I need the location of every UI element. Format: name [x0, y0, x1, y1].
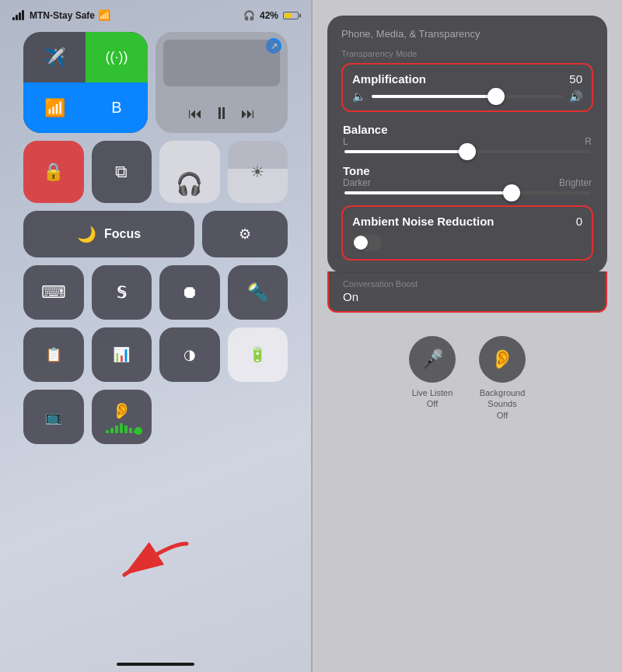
- amplification-label: Amplification: [352, 72, 426, 86]
- bottom-row: 📺 👂: [23, 390, 288, 444]
- battery-visual: [283, 12, 299, 19]
- balance-slider[interactable]: [344, 150, 590, 153]
- tone-thumb[interactable]: [503, 184, 520, 201]
- screen-mirror-icon: ⧉: [115, 162, 128, 182]
- right-panel: Phone, Media, & Transparency Transparenc…: [313, 0, 622, 672]
- soundwave-icon: 📊: [113, 346, 130, 363]
- balance-thumb[interactable]: [459, 143, 476, 160]
- background-sounds-button[interactable]: 👂 BackgroundSoundsOff: [479, 336, 526, 421]
- focus-row: 🌙 Focus ⚙: [23, 211, 288, 257]
- soundwave-button[interactable]: 📊: [92, 327, 152, 382]
- tools-row: ⌨ 𝕊 ⏺ 🔦: [23, 265, 288, 320]
- amplification-thumb[interactable]: [487, 88, 505, 105]
- settings-card: Phone, Media, & Transparency Transparenc…: [327, 16, 607, 273]
- media-controls-area: ⏮ ⏸ ⏭: [156, 32, 288, 133]
- notes-icon: 📋: [45, 346, 62, 363]
- tone-section: Tone Darker Brighter: [341, 164, 593, 194]
- hearing-active-dot: [135, 427, 142, 435]
- calculator-button[interactable]: ⌨: [23, 265, 84, 320]
- amplification-section: Amplification 50 🔈 🔊: [341, 63, 593, 112]
- amplification-header: Amplification 50: [352, 72, 582, 86]
- tone-brighter-label: Brighter: [559, 177, 592, 188]
- screen-record-button[interactable]: ⏺: [159, 265, 220, 320]
- wifi-status-icon: 📶: [98, 9, 110, 21]
- carrier-name: MTN-Stay Safe: [30, 10, 95, 21]
- amplification-slider[interactable]: [372, 95, 563, 98]
- screen-mirror-button[interactable]: ⧉: [92, 141, 152, 203]
- play-pause-button[interactable]: ⏸: [213, 103, 230, 124]
- conversation-boost-value: On: [343, 290, 592, 303]
- ambient-value: 0: [576, 215, 582, 228]
- toggle-knob: [354, 236, 368, 250]
- background-sounds-icon: 👂: [491, 348, 514, 370]
- balance-section: Balance L R: [341, 123, 593, 153]
- flashlight-button[interactable]: 🔦: [228, 265, 288, 320]
- volume-high-icon: 🔊: [569, 90, 582, 103]
- home-indicator: [117, 663, 194, 666]
- remote-icon: 📺: [45, 408, 62, 425]
- ambient-section: Ambient Noise Reduction 0: [341, 205, 593, 261]
- battery-fill: [285, 13, 292, 18]
- battery-widget-icon: 🔋: [249, 346, 266, 363]
- headphone-status-icon: 🎧: [243, 10, 255, 21]
- ambient-label: Ambient Noise Reduction: [352, 215, 494, 228]
- record-icon: ⏺: [181, 282, 198, 303]
- tone-label: Tone: [343, 164, 370, 177]
- lock-rotation-button[interactable]: 🔒: [23, 141, 84, 203]
- bluetooth-icon: B: [111, 99, 121, 117]
- background-sounds-label: BackgroundSoundsOff: [480, 387, 526, 421]
- card-title: Phone, Media, & Transparency: [341, 28, 593, 40]
- focus-button[interactable]: 🌙 Focus: [23, 211, 194, 257]
- microphone-icon: 🎤: [421, 348, 444, 370]
- signal-bars: [12, 10, 24, 20]
- status-bar: MTN-Stay Safe 📶 🎧 42%: [0, 0, 311, 26]
- focus-label: Focus: [104, 227, 141, 241]
- tone-slider[interactable]: [344, 191, 590, 194]
- live-listen-circle: 🎤: [409, 336, 456, 383]
- balance-header: Balance: [343, 123, 592, 136]
- media-artwork: [163, 40, 280, 86]
- wifi-button[interactable]: 📶: [23, 82, 86, 133]
- shazam-icon: 𝕊: [117, 283, 127, 302]
- last-row: 📋 📊 ◑ 🔋: [23, 327, 288, 382]
- invert-button[interactable]: ◑: [159, 327, 220, 382]
- airplane-icon: ✈️: [44, 47, 65, 68]
- tone-header: Tone: [343, 164, 592, 177]
- extra-control-icon: ⚙: [239, 226, 251, 243]
- notes-button[interactable]: 📋: [23, 327, 84, 382]
- conversation-boost-section: Conversation Boost On: [327, 271, 607, 313]
- volume-low-icon: 🔈: [352, 90, 365, 103]
- airplane-mode-button[interactable]: ✈️: [23, 32, 86, 82]
- bottom-buttons: 🎤 Live ListenOff 👂 BackgroundSoundsOff: [409, 336, 526, 421]
- hearing-button[interactable]: 👂: [92, 390, 152, 444]
- media-block: ↗ ⏮ ⏸ ⏭: [156, 32, 288, 133]
- lock-rotation-icon: 🔒: [43, 162, 64, 182]
- live-listen-button[interactable]: 🎤 Live ListenOff: [409, 336, 456, 421]
- balance-right-label: R: [585, 136, 592, 147]
- airpods-icon: 🎧: [176, 171, 203, 197]
- battery-percent: 42%: [260, 10, 278, 21]
- airpods-button[interactable]: 🎧: [159, 141, 220, 203]
- media-controls: ⏮ ⏸ ⏭: [188, 103, 255, 124]
- bluetooth-button[interactable]: B: [86, 82, 148, 133]
- ambient-toggle[interactable]: [352, 234, 382, 251]
- tone-darker-label: Darker: [343, 177, 371, 188]
- balance-label: Balance: [343, 123, 388, 136]
- amplification-slider-row: 🔈 🔊: [352, 90, 582, 103]
- extra-control-button[interactable]: ⚙: [202, 211, 288, 257]
- prev-track-button[interactable]: ⏮: [188, 106, 202, 122]
- battery-widget-button[interactable]: 🔋: [228, 327, 288, 382]
- status-right: 🎧 42%: [243, 10, 299, 21]
- tone-fill: [344, 191, 512, 194]
- cellular-button[interactable]: ((·)): [86, 32, 148, 82]
- brightness-button[interactable]: ☀: [228, 141, 288, 203]
- balance-left-label: L: [343, 136, 348, 147]
- hearing-icon: 👂: [112, 401, 131, 420]
- conversation-boost-label: Conversation Boost: [343, 279, 592, 289]
- connectivity-block: ✈️ ((·)) 📶 B: [23, 32, 148, 133]
- cellular-icon: ((·)): [106, 49, 128, 65]
- remote-button[interactable]: 📺: [23, 390, 84, 444]
- shazam-button[interactable]: 𝕊: [92, 265, 152, 320]
- next-track-button[interactable]: ⏭: [241, 106, 255, 122]
- live-listen-label: Live ListenOff: [412, 387, 453, 410]
